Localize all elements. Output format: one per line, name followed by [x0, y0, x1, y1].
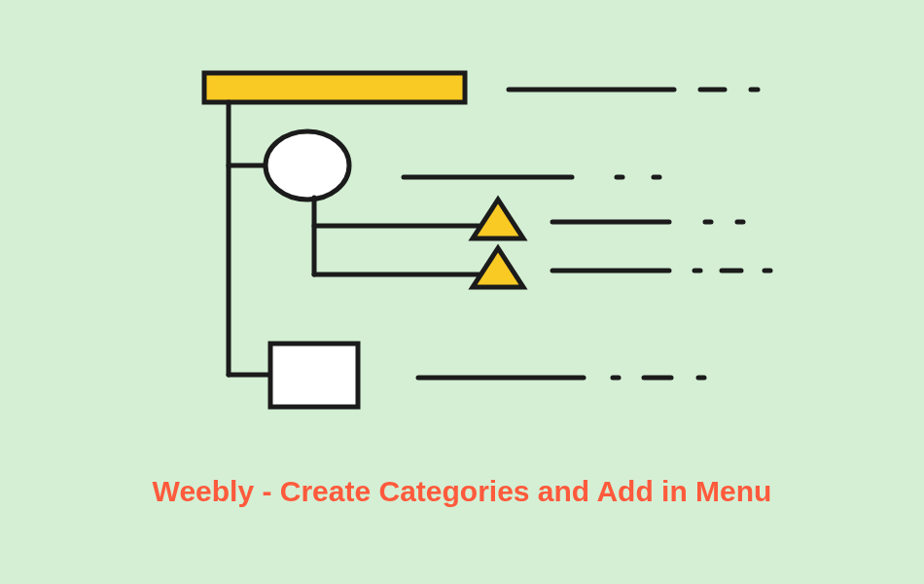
root-bar	[204, 73, 465, 102]
rectangle-node	[270, 344, 358, 407]
ellipse-node	[266, 131, 349, 200]
triangle-node-1	[473, 200, 523, 238]
diagram-caption: Weebly - Create Categories and Add in Me…	[153, 475, 772, 508]
triangle-node-2	[473, 248, 523, 287]
